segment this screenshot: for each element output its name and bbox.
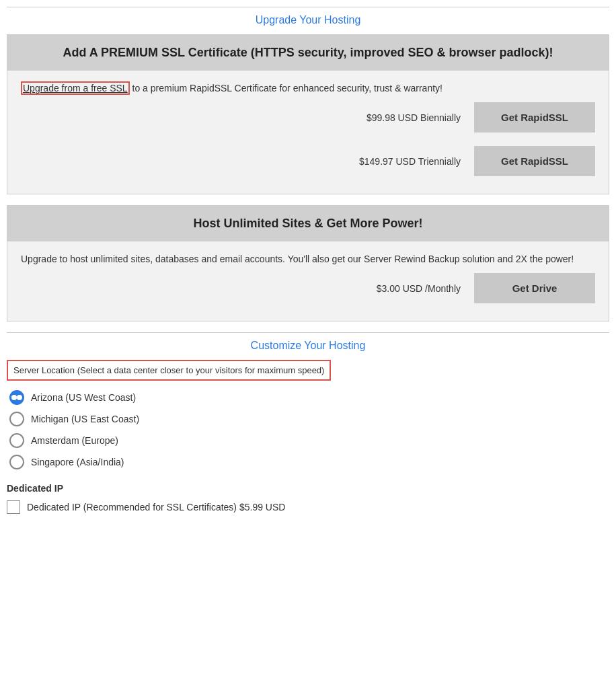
page-container: Upgrade Your Hosting Add A PREMIUM SSL C… bbox=[0, 0, 616, 534]
ssl-card-title: Add A PREMIUM SSL Certificate (HTTPS sec… bbox=[21, 46, 595, 60]
ssl-price-triennially: $149.97 USD Triennially bbox=[359, 156, 461, 167]
server-location-option-michigan[interactable]: Michigan (US East Coast) bbox=[9, 412, 609, 426]
customize-section-title: Customize Your Hosting bbox=[7, 332, 609, 360]
drive-get-drive-button[interactable]: Get Drive bbox=[474, 273, 595, 303]
ssl-card-body: Upgrade from a free SSL to a premium Rap… bbox=[7, 71, 609, 194]
drive-card-body: Upgrade to host unlimited sites, databas… bbox=[7, 241, 609, 321]
ssl-upgrade-link[interactable]: Upgrade from a free SSL bbox=[21, 81, 130, 95]
ssl-card-header: Add A PREMIUM SSL Certificate (HTTPS sec… bbox=[7, 35, 609, 71]
dedicated-ip-checkbox-option[interactable]: Dedicated IP (Recommended for SSL Certif… bbox=[7, 500, 609, 514]
drive-price-monthly: $3.00 USD /Monthly bbox=[377, 283, 461, 294]
server-location-label-singapore: Singapore (Asia/India) bbox=[31, 457, 124, 467]
drive-card-description: Upgrade to host unlimited sites, databas… bbox=[21, 252, 595, 266]
server-location-label-michigan: Michigan (US East Coast) bbox=[31, 414, 139, 424]
ssl-card: Add A PREMIUM SSL Certificate (HTTPS sec… bbox=[7, 34, 609, 194]
server-location-radio-amsterdam[interactable] bbox=[9, 433, 24, 448]
dedicated-ip-title: Dedicated IP bbox=[7, 483, 609, 494]
server-location-radio-michigan[interactable] bbox=[9, 412, 24, 426]
server-location-radio-singapore[interactable] bbox=[9, 455, 24, 469]
upgrade-section-title: Upgrade Your Hosting bbox=[7, 7, 609, 34]
ssl-intro-rest: to a premium RapidSSL Certificate for en… bbox=[130, 83, 442, 93]
ssl-price-biennially: $99.98 USD Biennially bbox=[367, 112, 461, 123]
ssl-get-rapidssl-biennially-button[interactable]: Get RapidSSL bbox=[474, 102, 595, 132]
drive-card-header: Host Unlimited Sites & Get More Power! bbox=[7, 206, 609, 241]
dedicated-ip-checkbox-label: Dedicated IP (Recommended for SSL Certif… bbox=[27, 502, 285, 513]
server-location-label: Server Location (Select a data center cl… bbox=[7, 360, 331, 381]
ssl-intro-text: Upgrade from a free SSL to a premium Rap… bbox=[21, 81, 595, 96]
drive-card-title: Host Unlimited Sites & Get More Power! bbox=[21, 217, 595, 231]
server-location-option-singapore[interactable]: Singapore (Asia/India) bbox=[9, 455, 609, 469]
server-location-radio-group: Arizona (US West Coast) Michigan (US Eas… bbox=[7, 390, 609, 469]
server-location-label-amsterdam: Amsterdam (Europe) bbox=[31, 435, 118, 446]
drive-pricing-row-monthly: $3.00 USD /Monthly Get Drive bbox=[21, 266, 595, 310]
ssl-get-rapidssl-triennially-button[interactable]: Get RapidSSL bbox=[474, 146, 595, 176]
customize-section: Server Location (Select a data center cl… bbox=[7, 360, 609, 521]
server-location-label-arizona: Arizona (US West Coast) bbox=[31, 392, 136, 403]
server-location-option-amsterdam[interactable]: Amsterdam (Europe) bbox=[9, 433, 609, 448]
ssl-pricing-row-triennially: $149.97 USD Triennially Get RapidSSL bbox=[21, 139, 595, 183]
ssl-pricing-row-biennially: $99.98 USD Biennially Get RapidSSL bbox=[21, 96, 595, 139]
dedicated-ip-checkbox[interactable] bbox=[7, 500, 20, 514]
server-location-option-arizona[interactable]: Arizona (US West Coast) bbox=[9, 390, 609, 405]
drive-card: Host Unlimited Sites & Get More Power! U… bbox=[7, 205, 609, 321]
dedicated-ip-section: Dedicated IP Dedicated IP (Recommended f… bbox=[7, 483, 609, 514]
server-location-radio-arizona[interactable] bbox=[9, 390, 24, 405]
